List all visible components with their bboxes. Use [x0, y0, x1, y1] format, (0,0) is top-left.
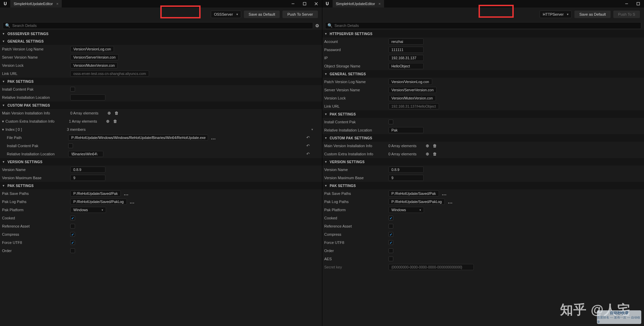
- checkbox[interactable]: [389, 216, 393, 220]
- checkbox-utf[interactable]: [70, 240, 75, 245]
- chevron-down-icon: ▾: [324, 112, 328, 116]
- browse-icon[interactable]: ...: [441, 191, 448, 196]
- tab[interactable]: SimpleHotUpdateEditor ×: [10, 0, 62, 7]
- input-ip[interactable]: 192.168.31.137: [389, 55, 424, 61]
- trash-icon[interactable]: 🗑: [432, 143, 438, 149]
- add-icon[interactable]: ⊕: [425, 151, 430, 157]
- close-icon[interactable]: ×: [378, 2, 380, 6]
- input-pak-save[interactable]: P:/ReHotUpdate/Saved/Pak: [389, 190, 439, 197]
- dropdown-icon[interactable]: ▾: [311, 128, 313, 131]
- input-server-ver[interactable]: Version/ServerVersion.con: [389, 87, 437, 93]
- input-secret[interactable]: {00000000-0000-0000-0000-000000000000}: [389, 264, 474, 270]
- revert-icon[interactable]: ↶: [306, 135, 310, 140]
- maximize-button[interactable]: [632, 0, 644, 7]
- browse-icon[interactable]: ...: [447, 199, 454, 204]
- add-icon[interactable]: ⊕: [106, 110, 112, 116]
- checkbox-cooked[interactable]: [70, 216, 75, 220]
- input-rel-inst[interactable]: \Binaries\Win64\: [68, 151, 103, 157]
- input-rel[interactable]: Pak: [389, 127, 424, 133]
- maximize-button[interactable]: [299, 0, 310, 7]
- label-install-pak: Install Content Pak: [324, 120, 389, 124]
- chevron-down-icon[interactable]: ▾: [2, 127, 4, 132]
- dropdown-platform[interactable]: Windows▾: [389, 207, 424, 213]
- browse-icon[interactable]: ...: [210, 135, 217, 140]
- input-ver-name[interactable]: 0.8.9: [389, 167, 424, 173]
- add-icon[interactable]: ⊕: [425, 143, 430, 149]
- checkbox[interactable]: [389, 232, 393, 237]
- section-ossserver[interactable]: ▾OSSSERVER SETTINGS: [0, 30, 322, 37]
- close-icon[interactable]: ×: [56, 2, 58, 6]
- minimize-button[interactable]: [287, 0, 299, 7]
- checkbox-ref[interactable]: [70, 224, 75, 229]
- search-field[interactable]: 🔍: [325, 22, 642, 29]
- input-filepath[interactable]: P:/ReHotUpdate/Windows/Windows/ReHotUpda…: [68, 135, 208, 141]
- section-pak2[interactable]: ▾PAK SETTINGS: [322, 182, 644, 189]
- gear-icon[interactable]: ⚙: [315, 23, 319, 28]
- input-patch[interactable]: Version/VersionLog.con: [389, 79, 432, 85]
- section-pak1[interactable]: ▾PAK SETTINGS: [322, 110, 644, 118]
- input-pak-save[interactable]: P:/ReHotUpdate/Saved/Pak: [70, 190, 121, 197]
- checkbox[interactable]: [68, 143, 73, 148]
- svg-rect-1: [303, 2, 306, 5]
- search-input[interactable]: [335, 24, 639, 28]
- checkbox[interactable]: [389, 120, 393, 124]
- save-default-button[interactable]: Save as Default: [244, 11, 280, 18]
- revert-icon[interactable]: ↶: [306, 143, 310, 148]
- label-rel-inst: Relative Installation Location: [7, 152, 68, 156]
- input-account[interactable]: renzhai: [389, 38, 424, 45]
- checkbox-comp[interactable]: [70, 232, 75, 237]
- push-button[interactable]: Push To Server: [282, 11, 318, 18]
- server-dropdown[interactable]: OSSServer ▾: [211, 11, 241, 18]
- section-pak2[interactable]: ▾PAK SETTINGS: [0, 182, 322, 189]
- search-field[interactable]: 🔍: [3, 22, 313, 29]
- checkbox[interactable]: [389, 240, 393, 245]
- input-ver-max[interactable]: 9: [389, 175, 424, 181]
- section-pak1[interactable]: ▾PAK SETTINGS: [0, 78, 322, 85]
- trash-icon[interactable]: 🗑: [113, 119, 118, 124]
- section-httpserver[interactable]: ▾HTTPSERVER SETTINGS: [322, 30, 644, 37]
- input-pak-log[interactable]: P:/ReHotUpdate/Saved/PakLog: [389, 199, 445, 205]
- input-server-ver[interactable]: Version/ServerVersion.con: [70, 54, 119, 60]
- trash-icon[interactable]: 🗑: [432, 151, 438, 157]
- section-custom[interactable]: ▾CUSTOM PAK SETTINGS: [322, 134, 644, 142]
- tab[interactable]: SimpleHotUpdateEditor ×: [333, 0, 384, 7]
- input-lock[interactable]: Version/MutexVersion.con: [389, 95, 436, 101]
- input-rel-loc[interactable]: [70, 94, 105, 100]
- save-default-button[interactable]: Save as Default: [574, 11, 611, 18]
- input-obj[interactable]: HelloObject: [389, 63, 424, 69]
- revert-icon[interactable]: ↶: [306, 152, 310, 156]
- server-dropdown[interactable]: HTTPServer ▾: [540, 11, 572, 18]
- checkbox-order[interactable]: [70, 248, 75, 253]
- search-input[interactable]: [12, 24, 311, 28]
- input-link[interactable]: 192.168.31.137/HelloObject: [389, 103, 439, 109]
- minimize-button[interactable]: [621, 0, 632, 7]
- push-button[interactable]: Push To S: [613, 11, 640, 18]
- checkbox[interactable]: [389, 248, 393, 253]
- input-ver-name[interactable]: 0.8.9: [70, 167, 105, 173]
- checkbox-install-pak[interactable]: [70, 87, 75, 92]
- browse-icon[interactable]: ...: [123, 191, 130, 196]
- section-version[interactable]: ▾VERSION SETTINGS: [0, 158, 322, 166]
- chevron-down-icon: ▾: [324, 136, 328, 140]
- chevron-down-icon[interactable]: ▾: [2, 119, 4, 124]
- checkbox[interactable]: [389, 224, 393, 229]
- add-icon[interactable]: ⊕: [105, 119, 111, 124]
- input-link[interactable]: osss-erver-test.oss-cn-shanghai.aliyuncs…: [70, 71, 149, 77]
- input-password[interactable]: 111111: [389, 47, 424, 53]
- input-patch[interactable]: Version/VersionLog.con: [70, 46, 114, 52]
- trash-icon[interactable]: 🗑: [114, 110, 119, 116]
- label-install-content: Install Content Pak: [7, 144, 68, 148]
- dropdown-platform[interactable]: Windows▾: [70, 207, 106, 213]
- checkbox[interactable]: [389, 257, 393, 261]
- section-general[interactable]: ▾GENERAL SETTINGS: [322, 70, 644, 78]
- section-custom[interactable]: ▾CUSTOM PAK SETTINGS: [0, 102, 322, 109]
- browse-icon[interactable]: ...: [129, 199, 136, 204]
- input-ver-max[interactable]: 9: [70, 175, 105, 181]
- section-general[interactable]: ▾GENERAL SETTINGS: [0, 37, 322, 45]
- chevron-down-icon: ▾: [2, 80, 5, 83]
- chevron-down-icon: ▾: [2, 184, 5, 187]
- section-version[interactable]: ▾VERSION SETTINGS: [322, 158, 644, 166]
- input-pak-log[interactable]: P:/ReHotUpdate/Saved/PakLog: [70, 199, 127, 205]
- input-lock[interactable]: Version/MutexVersion.con: [70, 62, 118, 68]
- close-button[interactable]: [310, 0, 322, 7]
